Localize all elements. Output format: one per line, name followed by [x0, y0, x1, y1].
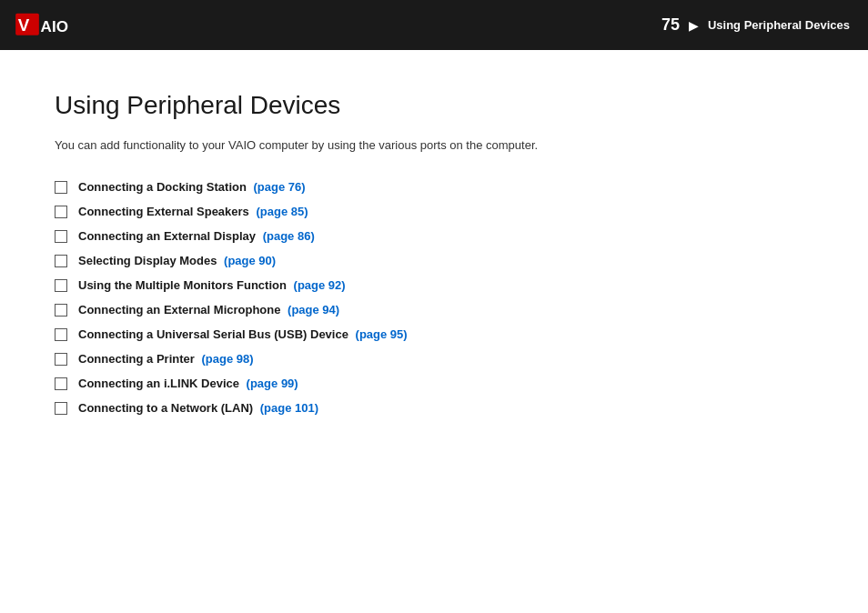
vaio-logo: V AIO: [14, 12, 96, 39]
toc-list: Connecting a Docking Station (page 76)Co…: [55, 180, 813, 415]
list-item: Connecting an External Microphone (page …: [55, 303, 813, 317]
main-content: Using Peripheral Devices You can add fun…: [0, 50, 868, 453]
header-arrow-icon: ▶: [689, 18, 699, 33]
svg-text:AIO: AIO: [41, 17, 68, 35]
checkbox-icon: [55, 255, 67, 267]
toc-item-link[interactable]: (page 98): [201, 352, 253, 366]
logo-area: V AIO: [14, 12, 96, 39]
toc-item-text: Selecting Display Modes (page 90): [78, 254, 276, 267]
list-item: Connecting a Printer (page 98): [55, 352, 813, 366]
list-item: Selecting Display Modes (page 90): [55, 254, 813, 267]
list-item: Connecting an i.LINK Device (page 99): [55, 377, 813, 390]
toc-item-text: Connecting External Speakers (page 85): [78, 205, 308, 218]
toc-item-text: Connecting to a Network (LAN) (page 101): [78, 401, 318, 415]
page-header: V AIO 75 ▶ Using Peripheral Devices: [0, 0, 868, 50]
checkbox-icon: [55, 304, 67, 317]
toc-item-link[interactable]: (page 86): [263, 229, 315, 243]
toc-item-text: Connecting an External Display (page 86): [78, 229, 315, 243]
checkbox-icon: [55, 328, 67, 341]
toc-item-text: Connecting an External Microphone (page …: [78, 303, 339, 317]
checkbox-icon: [55, 230, 67, 243]
checkbox-icon: [55, 206, 67, 218]
list-item: Using the Multiple Monitors Function (pa…: [55, 278, 813, 292]
toc-item-link[interactable]: (page 94): [288, 303, 339, 317]
page-description: You can add functionality to your VAIO c…: [55, 136, 813, 155]
toc-item-text: Using the Multiple Monitors Function (pa…: [78, 278, 346, 292]
toc-item-link[interactable]: (page 99): [247, 377, 298, 390]
list-item: Connecting an External Display (page 86): [55, 229, 813, 243]
toc-item-link[interactable]: (page 92): [294, 278, 346, 292]
toc-item-link[interactable]: (page 95): [356, 327, 408, 341]
header-right: 75 ▶ Using Peripheral Devices: [661, 15, 850, 35]
checkbox-icon: [55, 279, 67, 292]
checkbox-icon: [55, 402, 67, 415]
checkbox-icon: [55, 353, 67, 366]
list-item: Connecting a Docking Station (page 76): [55, 180, 813, 194]
toc-item-text: Connecting a Docking Station (page 76): [78, 180, 306, 194]
toc-item-link[interactable]: (page 101): [260, 401, 318, 415]
list-item: Connecting External Speakers (page 85): [55, 205, 813, 218]
toc-item-text: Connecting an i.LINK Device (page 99): [78, 377, 298, 390]
toc-item-text: Connecting a Universal Serial Bus (USB) …: [78, 327, 408, 341]
toc-item-link[interactable]: (page 90): [224, 254, 276, 267]
toc-item-text: Connecting a Printer (page 98): [78, 352, 254, 366]
header-section-title: Using Peripheral Devices: [708, 18, 850, 32]
list-item: Connecting a Universal Serial Bus (USB) …: [55, 327, 813, 341]
checkbox-icon: [55, 181, 67, 194]
toc-item-link[interactable]: (page 76): [254, 180, 306, 194]
svg-text:V: V: [18, 15, 30, 34]
checkbox-icon: [55, 377, 67, 390]
page-number: 75: [661, 15, 680, 35]
page-heading: Using Peripheral Devices: [55, 91, 813, 120]
toc-item-link[interactable]: (page 85): [256, 205, 308, 218]
list-item: Connecting to a Network (LAN) (page 101): [55, 401, 813, 415]
